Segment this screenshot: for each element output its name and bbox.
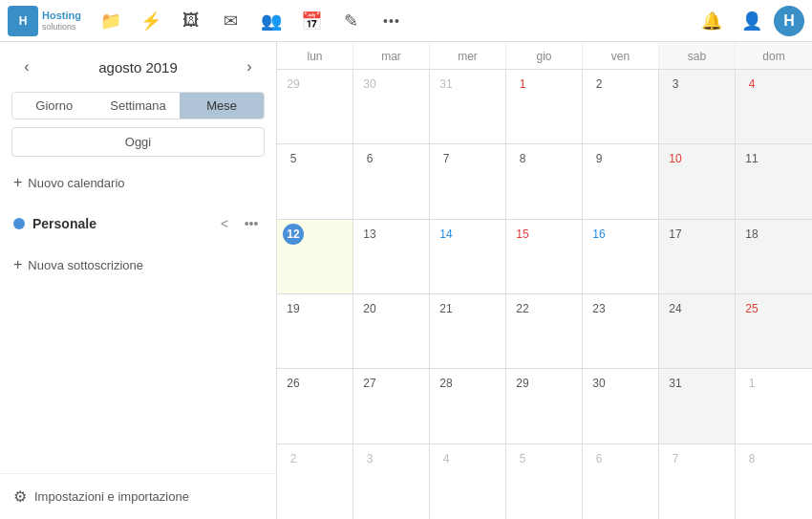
plus-icon-2: + bbox=[13, 256, 22, 273]
settings-button[interactable]: ⚙ Impostazioni e importazione bbox=[11, 484, 265, 509]
cal-cell[interactable]: 29 bbox=[277, 70, 353, 143]
gear-icon: ⚙ bbox=[13, 487, 27, 506]
user-icon[interactable]: 👤 bbox=[734, 3, 770, 39]
cal-cell[interactable]: 6 bbox=[583, 444, 659, 519]
cal-cell[interactable]: 23 bbox=[583, 294, 659, 368]
cal-cell[interactable]: 2 bbox=[277, 444, 353, 519]
folder-icon[interactable]: 📁 bbox=[93, 3, 129, 39]
month-nav: ‹ agosto 2019 › bbox=[0, 42, 276, 88]
header-dom: dom bbox=[736, 42, 812, 69]
contacts-icon[interactable]: 👥 bbox=[253, 3, 289, 39]
cal-cell[interactable]: 6 bbox=[353, 144, 430, 218]
cal-cell[interactable]: 7 bbox=[659, 444, 736, 519]
calendar-list: Personale < ••• bbox=[0, 201, 276, 247]
cal-cell[interactable]: 31 bbox=[659, 369, 736, 443]
main-layout: ‹ agosto 2019 › Giorno Settimana Mese Og… bbox=[0, 42, 812, 519]
cal-cell[interactable]: 26 bbox=[277, 369, 353, 443]
edit-icon[interactable]: ✎ bbox=[333, 3, 370, 39]
cal-cell[interactable]: 31 bbox=[430, 70, 506, 143]
cal-cell[interactable]: 11 bbox=[736, 144, 812, 218]
week-row-3: 12 13 14 15 16 17 18 bbox=[277, 220, 812, 294]
today-button[interactable]: Oggi bbox=[11, 127, 265, 157]
new-subscription-label: Nuova sottoscrizione bbox=[28, 258, 143, 272]
cal-cell[interactable]: 28 bbox=[430, 369, 506, 443]
cal-cell[interactable]: 19 bbox=[277, 294, 353, 368]
cal-cell[interactable]: 22 bbox=[506, 294, 583, 368]
cal-cell[interactable]: 10 bbox=[659, 144, 736, 218]
settings-label: Impostazioni e importazione bbox=[34, 489, 189, 504]
header-ven: ven bbox=[583, 42, 659, 69]
cal-cell[interactable]: 13 bbox=[353, 220, 430, 293]
cal-cell[interactable]: 27 bbox=[353, 369, 430, 443]
cal-cell[interactable]: 14 bbox=[430, 220, 506, 293]
share-icon[interactable]: < bbox=[213, 212, 236, 235]
week-row-4: 19 20 21 22 23 24 25 bbox=[277, 294, 812, 369]
cal-cell[interactable]: 25 bbox=[736, 294, 812, 368]
cal-cell[interactable]: 3 bbox=[353, 444, 430, 519]
header-gio: gio bbox=[506, 42, 583, 69]
bell-icon[interactable]: 🔔 bbox=[694, 3, 730, 39]
cal-cell[interactable]: 5 bbox=[506, 444, 583, 519]
logo-subtitle: solutions bbox=[42, 22, 81, 32]
sidebar-bottom: ⚙ Impostazioni e importazione bbox=[0, 473, 276, 519]
calendar-item-personale[interactable]: Personale < ••• bbox=[11, 206, 265, 241]
new-subscription-button[interactable]: + Nuova sottoscrizione bbox=[11, 252, 265, 277]
cal-cell[interactable]: 16 bbox=[583, 220, 659, 293]
header-mer: mer bbox=[430, 42, 506, 69]
cal-cell[interactable]: 15 bbox=[506, 220, 583, 293]
logo-title: Hosting bbox=[42, 10, 81, 22]
cal-cell-today[interactable]: 12 bbox=[277, 220, 353, 293]
cal-cell[interactable]: 9 bbox=[583, 144, 659, 218]
cal-cell[interactable]: 7 bbox=[430, 144, 506, 218]
header-sab: sab bbox=[659, 42, 736, 69]
week-row-5: 26 27 28 29 30 31 1 bbox=[277, 369, 812, 443]
calendar-main: lun mar mer gio ven sab dom 29 30 31 1 2… bbox=[277, 42, 812, 519]
view-month-button[interactable]: Mese bbox=[180, 93, 264, 119]
cal-cell[interactable]: 1 bbox=[736, 369, 812, 443]
next-month-button[interactable]: › bbox=[236, 54, 263, 80]
cal-cell[interactable]: 8 bbox=[506, 144, 583, 218]
cal-cell[interactable]: 24 bbox=[659, 294, 736, 368]
new-calendar-button[interactable]: + Nuovo calendario bbox=[11, 170, 265, 195]
cal-cell[interactable]: 5 bbox=[277, 144, 353, 218]
nav-right: 🔔 👤 H bbox=[694, 3, 804, 39]
email-icon[interactable]: ✉ bbox=[213, 3, 249, 39]
calendar-day-headers: lun mar mer gio ven sab dom bbox=[277, 42, 812, 70]
topnav: H Hosting solutions 📁 ⚡ 🖼 ✉ 👥 📅 ✎ ••• 🔔 … bbox=[0, 0, 812, 42]
cal-cell[interactable]: 30 bbox=[583, 369, 659, 443]
more-options-icon[interactable]: ••• bbox=[240, 212, 263, 235]
calendar-icon[interactable]: 📅 bbox=[293, 3, 330, 39]
calendar-name: Personale bbox=[32, 216, 205, 231]
new-calendar-label: Nuovo calendario bbox=[28, 176, 124, 190]
logo[interactable]: H Hosting solutions bbox=[8, 6, 81, 36]
view-day-button[interactable]: Giorno bbox=[12, 93, 96, 119]
cal-cell[interactable]: 2 bbox=[583, 70, 659, 143]
cal-cell[interactable]: 4 bbox=[430, 444, 506, 519]
header-mar: mar bbox=[353, 42, 430, 69]
lightning-icon[interactable]: ⚡ bbox=[133, 3, 169, 39]
cal-cell[interactable]: 3 bbox=[659, 70, 736, 143]
image-icon[interactable]: 🖼 bbox=[173, 3, 209, 39]
cal-cell[interactable]: 18 bbox=[736, 220, 812, 293]
header-lun: lun bbox=[277, 42, 353, 69]
prev-month-button[interactable]: ‹ bbox=[13, 54, 40, 80]
view-week-button[interactable]: Settimana bbox=[96, 93, 181, 119]
avatar[interactable]: H bbox=[774, 6, 804, 36]
month-title: agosto 2019 bbox=[98, 59, 178, 76]
week-row-2: 5 6 7 8 9 10 11 bbox=[277, 144, 812, 219]
cal-cell[interactable]: 29 bbox=[506, 369, 583, 443]
cal-cell[interactable]: 20 bbox=[353, 294, 430, 368]
calendar-color-dot bbox=[13, 218, 25, 229]
week-row-6: 2 3 4 5 6 7 8 bbox=[277, 444, 812, 519]
cal-cell[interactable]: 17 bbox=[659, 220, 736, 293]
cal-cell[interactable]: 1 bbox=[506, 70, 583, 143]
more-icon[interactable]: ••• bbox=[374, 3, 410, 39]
cal-cell[interactable]: 30 bbox=[353, 70, 430, 143]
sidebar: ‹ agosto 2019 › Giorno Settimana Mese Og… bbox=[0, 42, 277, 519]
cal-cell[interactable]: 8 bbox=[736, 444, 812, 519]
logo-icon: H bbox=[8, 6, 38, 36]
new-subscription-section: + Nuova sottoscrizione bbox=[0, 247, 276, 283]
cal-cell[interactable]: 4 bbox=[736, 70, 812, 143]
cal-cell[interactable]: 21 bbox=[430, 294, 506, 368]
new-calendar-section: + Nuovo calendario bbox=[0, 164, 276, 201]
